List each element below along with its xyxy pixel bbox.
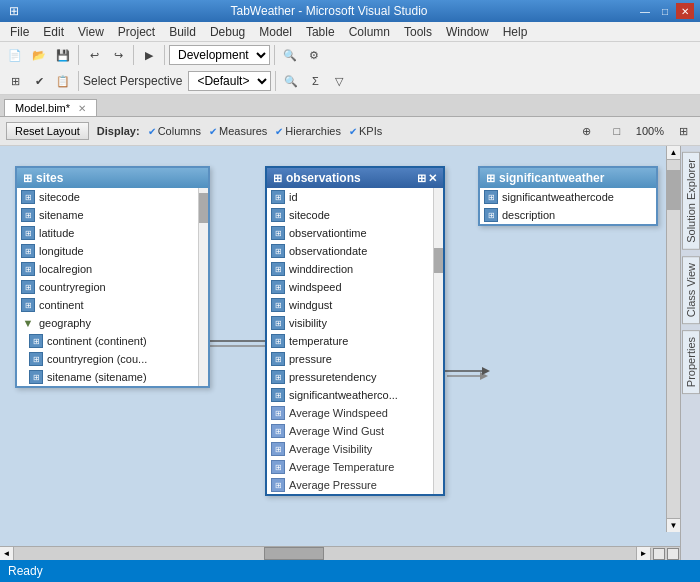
menu-column[interactable]: Column [343,23,396,41]
kpis-check-icon: ✔ [349,126,357,137]
sites-row-countryregion-c[interactable]: ⊞countryregion (cou... [25,350,208,368]
diagram-view-btn[interactable] [667,548,679,560]
properties-tab[interactable]: Properties [682,330,700,394]
gear-btn[interactable]: ⚙ [303,44,325,66]
menu-window[interactable]: Window [440,23,495,41]
sites-row-sitecode[interactable]: ⊞sitecode [17,188,208,206]
obs-scrollbar[interactable] [433,188,443,494]
sites-scrollbar[interactable] [198,188,208,386]
solution-explorer-tab[interactable]: Solution Explorer [682,152,700,250]
perspective-dropdown[interactable]: <Default> [188,71,271,91]
sites-row-countryregion[interactable]: ⊞countryregion [17,278,208,296]
obs-row-id[interactable]: ⊞id [267,188,443,206]
sep1 [78,45,79,65]
search-btn[interactable]: 🔍 [279,44,301,66]
horizontal-scrollbar[interactable]: ◄ ► [0,546,680,560]
menu-view[interactable]: View [72,23,110,41]
minimize-button[interactable]: — [636,3,654,19]
diagram-vscroll[interactable]: ▲ ▼ [666,146,680,532]
sites-row-continent[interactable]: ⊞continent [17,296,208,314]
obs-row-avg-windgust[interactable]: ⊞Average Wind Gust [267,422,443,440]
svg-marker-7 [482,367,490,375]
sigw-row-code[interactable]: ⊞significantweathercode [480,188,656,206]
undo-btn[interactable]: ↩ [83,44,105,66]
sites-row-longitude[interactable]: ⊞longitude [17,242,208,260]
grid-icon: ⊞ [21,262,35,276]
class-view-tab[interactable]: Class View [682,256,700,324]
obs-row-avg-visibility[interactable]: ⊞Average Visibility [267,440,443,458]
scroll-down-btn[interactable]: ▼ [667,518,680,532]
menu-build[interactable]: Build [163,23,202,41]
filter-btn[interactable]: ▽ [328,70,350,92]
tab-model-bim[interactable]: Model.bim* ✕ [4,99,97,116]
scroll-right-btn[interactable]: ► [636,547,650,560]
fit-btn[interactable]: ⊕ [576,120,598,142]
table-sites: ⊞ sites ⊞sitecode ⊞sitename ⊞latitude ⊞l… [15,166,210,388]
scroll-up-btn[interactable]: ▲ [667,146,680,160]
zoom-out-btn[interactable]: □ [606,120,628,142]
obs-row-avg-temperature[interactable]: ⊞Average Temperature [267,458,443,476]
search-btn-2[interactable]: 🔍 [280,70,302,92]
obs-row-windgust[interactable]: ⊞windgust [267,296,443,314]
obs-row-observationtime[interactable]: ⊞observationtime [267,224,443,242]
grid-icon: ⊞ [21,226,35,240]
grid-view-btn[interactable] [653,548,665,560]
sites-row-latitude[interactable]: ⊞latitude [17,224,208,242]
sites-row-sitename[interactable]: ⊞sitename [17,206,208,224]
sigw-row-description[interactable]: ⊞description [480,206,656,224]
play-btn[interactable]: ▶ [138,44,160,66]
sites-row-continent-c[interactable]: ⊞continent (continent) [25,332,208,350]
diagram-container[interactable]: ⊞ sites ⊞sitecode ⊞sitename ⊞latitude ⊞l… [0,146,680,546]
obs-close-btn[interactable]: ✕ [428,172,437,185]
sites-row-localregion[interactable]: ⊞localregion [17,260,208,278]
tab-close-btn[interactable]: ✕ [78,103,86,114]
toolbar-row-2: ⊞ ✔ 📋 Select Perspective <Default> 🔍 Σ ▽ [0,68,700,94]
scroll-left-btn[interactable]: ◄ [0,547,14,560]
table-sites-icon: ⊞ [23,172,32,185]
reset-layout-button[interactable]: Reset Layout [6,122,89,140]
sites-row-sitename-c[interactable]: ⊞sitename (sitename) [25,368,208,386]
table-obs-body: ⊞id ⊞sitecode ⊞observationtime ⊞observat… [267,188,443,494]
toolbar-btn-a[interactable]: ⊞ [4,70,26,92]
close-button[interactable]: ✕ [676,3,694,19]
development-dropdown[interactable]: Development [169,45,270,65]
obs-row-sitecode[interactable]: ⊞sitecode [267,206,443,224]
obs-row-pressuretendency[interactable]: ⊞pressuretendency [267,368,443,386]
maximize-button[interactable]: □ [656,3,674,19]
obs-row-visibility[interactable]: ⊞visibility [267,314,443,332]
obs-row-observationdate[interactable]: ⊞observationdate [267,242,443,260]
toolbar-row-1: 📄 📂 💾 ↩ ↪ ▶ Development 🔍 ⚙ [0,42,700,68]
obs-row-windspeed[interactable]: ⊞windspeed [267,278,443,296]
menu-table[interactable]: Table [300,23,341,41]
menu-file[interactable]: File [4,23,35,41]
obs-row-temperature[interactable]: ⊞temperature [267,332,443,350]
menu-project[interactable]: Project [112,23,161,41]
obs-row-significantweather[interactable]: ⊞significantweatherco... [267,386,443,404]
menu-debug[interactable]: Debug [204,23,251,41]
menu-model[interactable]: Model [253,23,298,41]
tab-bar: Model.bim* ✕ [0,95,700,117]
toolbar-btn-b[interactable]: ✔ [28,70,50,92]
title-bar: ⊞ TabWeather - Microsoft Visual Studio —… [0,0,700,22]
obs-row-avg-pressure[interactable]: ⊞Average Pressure [267,476,443,494]
obs-expand-btn[interactable]: ⊞ [417,172,426,185]
measure-icon: ⊞ [271,460,285,474]
redo-btn[interactable]: ↪ [107,44,129,66]
menu-edit[interactable]: Edit [37,23,70,41]
open-btn[interactable]: 📂 [28,44,50,66]
display-hierarchies: ✔ Hierarchies [275,125,341,137]
sites-row-geography[interactable]: ▼geography [17,314,208,332]
grid-icon: ⊞ [29,352,43,366]
save-btn[interactable]: 💾 [52,44,74,66]
toolbar-btn-c[interactable]: 📋 [52,70,74,92]
grid-icon: ⊞ [21,208,35,222]
zoom-in-btn[interactable]: ⊞ [672,120,694,142]
menu-help[interactable]: Help [497,23,534,41]
obs-row-pressure[interactable]: ⊞pressure [267,350,443,368]
formula-btn[interactable]: Σ [304,70,326,92]
menu-tools[interactable]: Tools [398,23,438,41]
obs-row-avg-windspeed[interactable]: ⊞Average Windspeed [267,404,443,422]
obs-row-winddirection[interactable]: ⊞winddirection [267,260,443,278]
measure-icon: ⊞ [271,406,285,420]
new-file-btn[interactable]: 📄 [4,44,26,66]
